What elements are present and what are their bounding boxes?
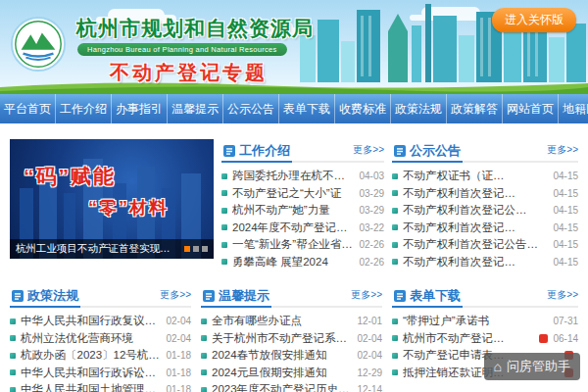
bullet-icon	[201, 335, 207, 341]
list-item: 中华人民共和国土地管理法实… 01-18	[10, 381, 191, 392]
article-link[interactable]: 2024元旦假期安排通知	[212, 366, 352, 380]
article-link[interactable]: 2024春节放假安排通知	[212, 348, 352, 363]
form-download-link[interactable]: “带押过户”承诺书	[403, 314, 548, 328]
topic-title: 不动产登记专题	[110, 60, 268, 86]
bullet-icon	[392, 259, 398, 265]
article-link[interactable]: 2024年度不动产登记工作…	[232, 220, 354, 235]
nav-item[interactable]: 办事指引	[112, 94, 168, 123]
form-download-link[interactable]: 杭州市不动产登记…	[403, 331, 536, 346]
carousel-dots[interactable]	[184, 246, 208, 252]
bullet-icon	[221, 224, 227, 230]
nav-item[interactable]: 地籍图查询	[559, 94, 588, 123]
more-link[interactable]: 更多>>	[547, 143, 578, 161]
article-link[interactable]: 跨国委托办理在杭不动产业务流…	[232, 169, 354, 183]
article-date: 03-29	[359, 188, 384, 199]
bullet-icon	[392, 353, 398, 359]
nav-item[interactable]: 政策法规	[391, 94, 447, 123]
article-list: 跨国委托办理在杭不动产业务流… 04-03 不动产登记之“大小”证 03-29	[221, 168, 384, 270]
nav-item[interactable]: 公示公告	[223, 94, 279, 123]
slide-headline-1: “码”赋能	[24, 163, 116, 190]
article-link[interactable]: 中华人民共和国行政诉讼法…	[21, 366, 161, 380]
article-link[interactable]: 不动产登记之“大小”证	[232, 186, 354, 201]
article-link[interactable]: 勇攀高峰 展望2024	[232, 255, 354, 270]
article-date: 04-15	[553, 188, 578, 199]
panel-title-wrap: 工作介绍	[221, 144, 292, 163]
bullet-icon	[221, 173, 227, 179]
bullet-icon	[10, 335, 16, 341]
nav-item[interactable]: 工作介绍	[56, 94, 112, 123]
carousel-caption[interactable]: 杭州工业项目不动产证首登实现…	[16, 242, 180, 256]
bullet-icon	[221, 208, 227, 214]
article-link[interactable]: 杭政办函〔2023〕12号杭…	[21, 348, 161, 363]
bullet-icon	[392, 335, 398, 341]
panel-announcements: 公示公告 更多>> 不动产权证书（证… 04-15 不动	[392, 139, 578, 270]
list-item: 2024春节放假安排通知 02-04	[201, 347, 382, 365]
panel-title-wrap: 表单下载	[392, 289, 463, 308]
care-version-button[interactable]: 进入关怀版	[492, 8, 576, 32]
main-nav: 平台首页工作介绍办事指引温馨提示公示公告表单下载收费标准政策法规政策解答网站首页…	[0, 94, 588, 123]
article-link[interactable]: 不动产权利首次登记…	[403, 186, 548, 201]
article-link[interactable]: 中华人民共和国行政复议法（…	[21, 314, 161, 328]
nav-item[interactable]: 平台首页	[0, 94, 56, 123]
article-date: 03-22	[359, 222, 384, 233]
nav-item[interactable]: 网站首页	[503, 94, 559, 123]
bullet-icon	[392, 173, 398, 179]
article-list: 不动产权证书（证… 04-15 不动产权利首次登记… 04-15 不动产权利首次	[392, 168, 578, 270]
site-title: 杭州市规划和自然资源局	[76, 15, 314, 42]
article-link[interactable]: 一笔“新业务”帮企业省下80…	[232, 237, 354, 252]
more-link[interactable]: 更多>>	[160, 288, 191, 306]
article-link[interactable]: 中华人民共和国土地管理法实…	[21, 382, 161, 392]
bureau-logo[interactable]	[10, 16, 67, 73]
bullet-icon	[10, 318, 16, 324]
house-icon: ⌂	[494, 360, 502, 373]
bullet-icon	[392, 318, 398, 324]
more-link[interactable]: 更多>>	[351, 288, 382, 306]
article-date: 12-01	[357, 316, 382, 326]
list-item: 不动产权利首次登记公… 04-15	[392, 202, 578, 220]
article-date: 01-18	[166, 350, 191, 361]
panel-title: 工作介绍	[239, 144, 290, 157]
carousel-dot-active[interactable]	[184, 246, 190, 252]
nav-item[interactable]: 政策解答	[447, 94, 503, 123]
list-item: 不动产权利首次登记… 04-15	[392, 185, 578, 203]
more-link[interactable]: 更多>>	[547, 288, 578, 306]
bullet-icon	[201, 353, 207, 359]
bullet-icon	[221, 242, 227, 248]
carousel-dot[interactable]	[202, 246, 208, 252]
hot-icon	[539, 334, 548, 343]
article-link[interactable]: 不动产权利首次登记公告…	[403, 237, 548, 252]
nav-item[interactable]: 收费标准	[335, 94, 391, 123]
site-title-english: Hangzhou Bureau of Planning and Natural …	[77, 43, 287, 56]
carousel-dot[interactable]	[193, 246, 199, 252]
list-item: 不动产权利首次登记… 04-15	[392, 254, 578, 271]
article-link[interactable]: 2023年度不动产登记历史…	[212, 382, 352, 392]
panel-header: 公示公告 更多>>	[392, 139, 578, 163]
panel-tips: 温馨提示 更多>> 全市有哪些办证点 12-01 关于杭	[201, 284, 382, 392]
article-link[interactable]: 不动产权证书（证…	[403, 169, 548, 183]
panel-header: 温馨提示 更多>>	[201, 284, 382, 308]
list-item: 勇攀高峰 展望2024 02-26	[221, 254, 384, 271]
article-link[interactable]: 不动产权利首次登记…	[403, 220, 548, 235]
panel-work-intro: 工作介绍 更多>> 跨国委托办理在杭不动产业务流… 04-03	[221, 139, 384, 270]
more-link[interactable]: 更多>>	[353, 143, 384, 161]
article-link[interactable]: 杭州不动产“她”力量	[232, 203, 354, 218]
bullet-icon	[10, 353, 16, 359]
article-link[interactable]: 全市有哪些办证点	[212, 314, 352, 328]
nav-item[interactable]: 温馨提示	[168, 94, 223, 123]
list-item: 中华人民共和国行政诉讼法… 01-18	[10, 365, 191, 382]
document-icon	[394, 145, 406, 157]
nav-item[interactable]: 表单下载	[279, 94, 335, 123]
article-link[interactable]: 关于杭州市不动产登记系统升…	[212, 331, 352, 346]
document-icon	[223, 145, 235, 157]
article-link[interactable]: 杭州立法优化营商环境	[21, 331, 161, 346]
article-date: 12-14	[357, 384, 382, 392]
list-item: 全市有哪些办证点 12-01	[201, 313, 382, 330]
bullet-icon	[221, 190, 227, 196]
list-item: 杭州立法优化营商环境 02-04	[10, 330, 191, 348]
article-link[interactable]: 不动产权利首次登记…	[403, 255, 548, 270]
article-date: 12-29	[357, 368, 382, 378]
list-item: 不动产权证书（证… 04-15	[392, 168, 578, 185]
article-link[interactable]: 不动产权利首次登记公…	[403, 203, 548, 218]
news-carousel[interactable]: “码”赋能 “零”材料 杭州工业项目不动产证首登实现…	[10, 139, 214, 259]
document-icon	[203, 290, 215, 302]
